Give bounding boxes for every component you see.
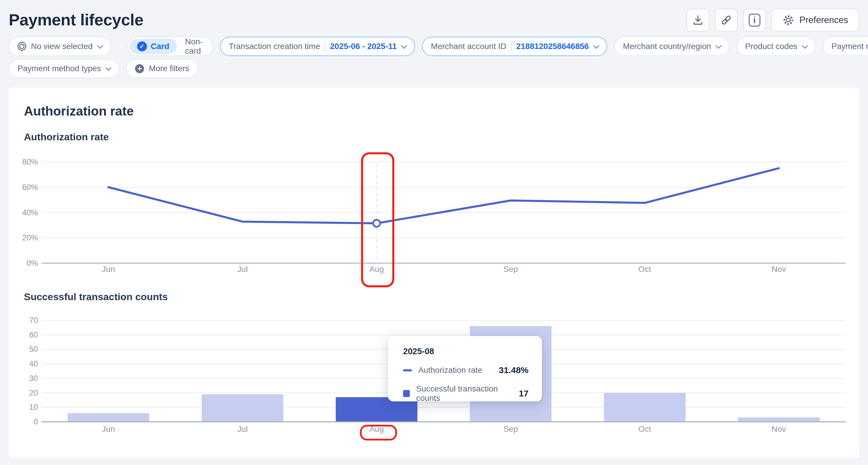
- tooltip-label: Successful transaction counts: [416, 384, 519, 403]
- annotation-box-line-aug: [361, 152, 394, 287]
- svg-text:Oct: Oct: [639, 425, 651, 433]
- svg-text:10: 10: [29, 403, 38, 412]
- svg-text:80%: 80%: [22, 158, 38, 166]
- filter-bar: No view selected ✓ Card Non-card Transac…: [9, 37, 859, 78]
- svg-text:40%: 40%: [22, 208, 38, 217]
- gear-icon: [782, 14, 794, 26]
- topbar: Payment lifecycle i: [9, 9, 859, 32]
- svg-text:Sep: Sep: [503, 265, 518, 274]
- svg-text:60%: 60%: [22, 183, 38, 192]
- svg-text:Jun: Jun: [102, 265, 115, 274]
- filter-product-codes[interactable]: Product codes: [737, 37, 816, 56]
- tooltip-value: 17: [519, 389, 528, 399]
- non-card-option[interactable]: Non-card: [177, 37, 211, 56]
- svg-text:0: 0: [34, 417, 38, 426]
- bar-series-swatch-icon: [403, 390, 410, 397]
- svg-text:Jul: Jul: [238, 425, 248, 433]
- chart-tooltip: 2025-08 Authorization rate 31.48% Succes…: [388, 336, 542, 401]
- copy-link-button[interactable]: [715, 9, 738, 32]
- filter-label: Merchant account ID: [431, 42, 506, 51]
- tooltip-value: 31.48%: [499, 365, 528, 375]
- download-button[interactable]: [687, 9, 709, 32]
- link-icon: [719, 13, 733, 27]
- view-selector-label: No view selected: [31, 42, 93, 51]
- info-icon: i: [749, 14, 761, 27]
- bar-chart-section-title: Successful transaction counts: [24, 291, 168, 303]
- preferences-button[interactable]: Preferences: [771, 9, 859, 32]
- svg-text:Jun: Jun: [102, 425, 115, 433]
- svg-text:20: 20: [29, 389, 38, 397]
- filter-label: Product codes: [745, 42, 798, 51]
- svg-text:60: 60: [29, 331, 38, 339]
- view-icon: [18, 42, 26, 51]
- svg-text:20%: 20%: [22, 234, 38, 242]
- filter-value: 2188120258646856: [516, 42, 589, 51]
- preferences-label: Preferences: [800, 15, 848, 25]
- tooltip-title: 2025-08: [403, 347, 528, 356]
- card-option[interactable]: ✓ Card: [129, 39, 177, 54]
- filter-label: Payment method types: [18, 64, 101, 73]
- filter-label: Payment method categories: [832, 42, 868, 51]
- chevron-down-icon: [401, 42, 407, 49]
- chevron-down-icon: [802, 42, 808, 49]
- check-icon: ✓: [137, 41, 147, 51]
- card-type-toggle[interactable]: ✓ Card Non-card: [127, 37, 213, 56]
- chevron-down-icon: [593, 42, 599, 49]
- svg-text:50: 50: [29, 345, 38, 353]
- svg-text:Nov: Nov: [771, 265, 786, 274]
- filter-transaction-creation-time[interactable]: Transaction creation time 2025-06 - 2025…: [220, 37, 415, 56]
- authorization-rate-card: Authorization rate Authorization rate 0%…: [9, 88, 859, 458]
- filter-row-2: Payment method types + More filters: [9, 59, 859, 78]
- pill-divider: [324, 41, 325, 51]
- filter-payment-method-types[interactable]: Payment method types: [9, 59, 119, 78]
- svg-text:30: 30: [29, 374, 38, 383]
- filter-label: Merchant country/region: [623, 42, 711, 51]
- info-button[interactable]: i: [743, 9, 766, 32]
- chevron-down-icon: [105, 65, 112, 71]
- card-title: Authorization rate: [24, 104, 133, 118]
- tooltip-row: Successful transaction counts 17: [403, 384, 528, 403]
- svg-text:40: 40: [29, 360, 38, 368]
- plus-icon: +: [135, 64, 144, 73]
- more-filters-button[interactable]: + More filters: [126, 59, 198, 78]
- line-series-swatch-icon: [403, 369, 412, 371]
- pill-divider: [511, 41, 512, 51]
- svg-text:Jul: Jul: [238, 265, 248, 274]
- view-selector[interactable]: No view selected: [9, 37, 111, 56]
- tooltip-label: Authorization rate: [418, 366, 482, 375]
- filter-row-1: No view selected ✓ Card Non-card Transac…: [9, 37, 859, 56]
- filter-label: Transaction creation time: [229, 42, 320, 51]
- svg-text:Nov: Nov: [771, 425, 786, 433]
- authorization-rate-line-chart[interactable]: 0%20%40%60%80%JunJulAugSepOctNov: [9, 146, 859, 279]
- download-icon: [692, 14, 704, 26]
- more-filters-label: More filters: [149, 64, 189, 73]
- svg-text:Sep: Sep: [503, 425, 518, 433]
- svg-text:Oct: Oct: [639, 265, 651, 274]
- card-option-label: Card: [151, 42, 169, 51]
- line-chart-section-title: Authorization rate: [24, 131, 109, 143]
- topbar-actions: i Preferences: [687, 9, 859, 32]
- filter-value: 2025-06 - 2025-11: [330, 42, 397, 51]
- annotation-box-bar-aug-label: [360, 425, 397, 440]
- filter-merchant-country-region[interactable]: Merchant country/region: [614, 37, 730, 56]
- filter-merchant-account-id[interactable]: Merchant account ID 2188120258646856: [422, 37, 607, 56]
- chevron-down-icon: [97, 42, 103, 49]
- svg-text:0%: 0%: [27, 259, 38, 268]
- chevron-down-icon: [715, 42, 721, 49]
- tooltip-row: Authorization rate 31.48%: [403, 365, 528, 375]
- filter-payment-method-categories[interactable]: Payment method categories: [823, 37, 868, 56]
- page: Payment lifecycle i: [0, 0, 868, 465]
- svg-text:70: 70: [29, 316, 38, 325]
